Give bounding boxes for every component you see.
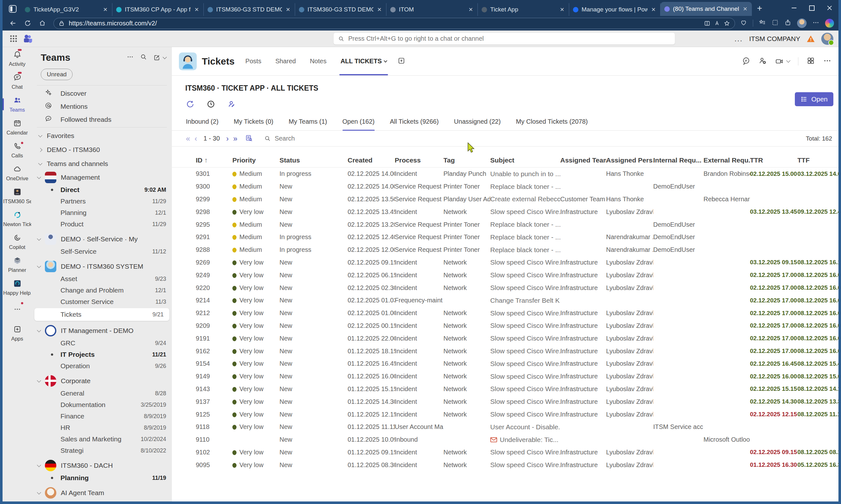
sidebar-more-icon[interactable]	[127, 53, 134, 62]
rail-item[interactable]: ITSM360 Sel...	[2, 184, 32, 207]
table-row[interactable]: 9220 Very low New 02.12.2025 02.30 Incid…	[172, 282, 839, 294]
table-row[interactable]: 9269 Very low New 02.12.2025 09.15 Incid…	[172, 256, 839, 269]
column-settings-icon[interactable]	[245, 134, 253, 143]
rail-item[interactable]: Activity	[2, 47, 32, 70]
rail-item[interactable]: Planner	[2, 253, 32, 276]
cell-subject[interactable]: Slow speed Cisco Wire...	[490, 347, 560, 355]
teams-search-input[interactable]	[348, 35, 670, 42]
column-header[interactable]: Process	[395, 157, 443, 164]
cell-subject[interactable]: Slow speed Cisco Wire...	[490, 385, 560, 393]
favorites-section[interactable]: Favorites	[32, 129, 172, 143]
table-row[interactable]: 9191 Very low New 01.12.2025 22.00 Incid…	[172, 332, 839, 345]
new-tab-button[interactable]: +	[757, 3, 762, 13]
browser-tab[interactable]: TicketApp_G3V2 ✕	[21, 3, 113, 16]
rail-item[interactable]: Calls	[2, 139, 32, 162]
cell-subject[interactable]: Slow speed Cisco Wire...	[490, 208, 560, 216]
cell-subject[interactable]: Slow speed Cisco Wire...	[490, 411, 560, 418]
cell-subject[interactable]: Slow speed Cisco Wire...	[490, 360, 560, 367]
copilot-icon[interactable]	[825, 19, 834, 28]
tab-close-icon[interactable]: ✕	[103, 6, 108, 13]
sidebar-team[interactable]: IT Management - DEMO	[32, 324, 172, 337]
teams-search-box[interactable]	[333, 33, 675, 44]
browser-profile-avatar[interactable]	[797, 18, 807, 28]
filter-tab[interactable]: Inbound (2)	[186, 113, 218, 130]
table-row[interactable]: 9118 Very low New 01.12.2025 11.11 User …	[172, 421, 839, 433]
rail-item[interactable]: Teams	[2, 93, 32, 116]
channel-chat-icon[interactable]	[742, 57, 750, 66]
column-header[interactable]: Priority	[233, 157, 279, 164]
cell-subject[interactable]: Create external Rebecc...	[490, 195, 560, 203]
column-header[interactable]: ID ↑	[196, 157, 233, 164]
table-row[interactable]: 9249 Very low New 02.12.2025 06.15 Incid…	[172, 269, 839, 282]
filter-tab[interactable]: My Tickets (0)	[234, 113, 273, 130]
browser-tab[interactable]: (80) Teams and Channels | Ticke ✕	[660, 2, 752, 16]
channel-tab[interactable]: Shared	[275, 47, 296, 75]
sidebar-channel[interactable]: Sales and Marketing 10/2/2024	[32, 433, 172, 445]
sidebar-channel[interactable]: GRC 9/24	[32, 337, 172, 349]
cell-subject[interactable]: Slow speed Cisco Wire...	[490, 322, 560, 329]
sidebar-channel[interactable]: Strategi 8/10/2022	[32, 445, 172, 456]
browser-tab[interactable]: ITSM360 CP App - App for ITIL C ✕	[113, 3, 204, 16]
meet-camera-icon[interactable]	[775, 57, 790, 66]
cell-subject[interactable]: Replace black toner - ...	[490, 246, 560, 254]
filter-tab[interactable]: Unassigned (22)	[454, 113, 501, 130]
tab-close-icon[interactable]: ✕	[468, 6, 474, 13]
table-search[interactable]	[264, 134, 802, 142]
tab-close-icon[interactable]: ✕	[559, 6, 565, 13]
minimize-button[interactable]	[785, 0, 803, 16]
column-header[interactable]: Tag	[443, 157, 490, 164]
table-row[interactable]: 9209 Very low New 02.12.2025 00.15 Incid…	[172, 320, 839, 332]
rail-item[interactable]: Copilot	[2, 230, 32, 253]
column-header[interactable]: TTF	[797, 157, 839, 164]
sidebar-channel[interactable]: Dokumentation 3/25/2019	[32, 399, 172, 411]
table-row[interactable]: 9125 Very low New 01.12.2025 12.15 Incid…	[172, 408, 839, 421]
sidebar-team[interactable]: DEMO - ITSM360 SYSTEM	[32, 260, 172, 273]
cell-subject[interactable]: Unable to punch in to ...	[490, 170, 560, 178]
cell-subject[interactable]: Slow speed Cisco Wire...	[490, 461, 560, 469]
sidebar-channel[interactable]: Planning 12/1	[32, 207, 172, 218]
prev-page-icon[interactable]: ‹	[194, 134, 197, 143]
compose-icon[interactable]	[153, 54, 166, 61]
table-row[interactable]: 9298 Very low New 02.12.2025 13.45 Incid…	[172, 205, 839, 218]
sidebar-channel[interactable]: Self-Service 11/12	[32, 246, 172, 257]
cell-subject[interactable]: User Account - Disable...	[490, 423, 560, 431]
cell-subject[interactable]: Slow speed Cisco Wire...	[490, 448, 560, 456]
sidebar-channel[interactable]: Planning 11/19	[32, 472, 172, 484]
maximize-button[interactable]	[803, 0, 821, 16]
cell-subject[interactable]: Slow speed Cisco Wire...	[490, 271, 560, 279]
unread-filter-button[interactable]: Unread	[41, 69, 73, 80]
sidebar-team[interactable]: Corporate	[32, 374, 172, 388]
column-header[interactable]: Subject	[490, 157, 560, 164]
rail-item[interactable]: Happy Help...	[2, 276, 32, 299]
sidebar-channel[interactable]: HR 8/9/2019	[32, 422, 172, 433]
sidebar-channel[interactable]: Change and Problem 12/1	[32, 285, 172, 296]
web-capture-icon[interactable]	[772, 19, 778, 28]
back-icon[interactable]	[7, 18, 19, 29]
url-input[interactable]	[68, 19, 701, 28]
rail-item[interactable]	[2, 299, 32, 322]
browser-tab[interactable]: ITSM360-G3 STD DEMO - ITSM ✕	[295, 3, 387, 16]
rail-item[interactable]: Chat	[2, 70, 32, 93]
sidebar-search-icon[interactable]	[140, 53, 147, 62]
sidebar-channel[interactable]: IT Projects 11/21	[32, 349, 172, 360]
chevron-down-icon[interactable]	[37, 237, 41, 241]
org-name[interactable]: ITSM COMPANY	[749, 35, 800, 42]
filter-tab[interactable]: My Closed Tickets (2078)	[516, 113, 588, 130]
split-screen-icon[interactable]	[704, 20, 710, 27]
table-row[interactable]: 9295 Medium New 02.12.2025 13.20 Service…	[172, 218, 839, 231]
sidebar-quick-item[interactable]: Mentions	[32, 100, 172, 113]
channel-tab[interactable]: Posts	[245, 47, 261, 75]
table-row[interactable]: 9154 Very low New 01.12.2025 16.45 Incid…	[172, 357, 839, 370]
sidebar-channel[interactable]: General 8/28	[32, 388, 172, 399]
share-icon[interactable]	[784, 19, 791, 28]
column-header[interactable]: External Requ...	[703, 157, 750, 164]
channel-tab[interactable]: Notes	[310, 47, 326, 75]
sidebar-quick-item[interactable]: Followed threads	[32, 113, 172, 126]
rail-item[interactable]: Newton Tick...	[2, 207, 32, 230]
last-page-icon[interactable]: »	[233, 134, 238, 143]
cell-subject[interactable]: Slow speed Cisco Wire...	[490, 284, 560, 292]
sidebar-channel[interactable]: Direct 9:02 AM	[32, 184, 172, 196]
table-row[interactable]: 9149 Very low New 01.12.2025 16.00 Incid…	[172, 370, 839, 383]
refresh-icon[interactable]	[22, 18, 34, 29]
browser-tab[interactable]: ITSM360-G3 STD DEMO - Welco ✕	[204, 3, 295, 16]
